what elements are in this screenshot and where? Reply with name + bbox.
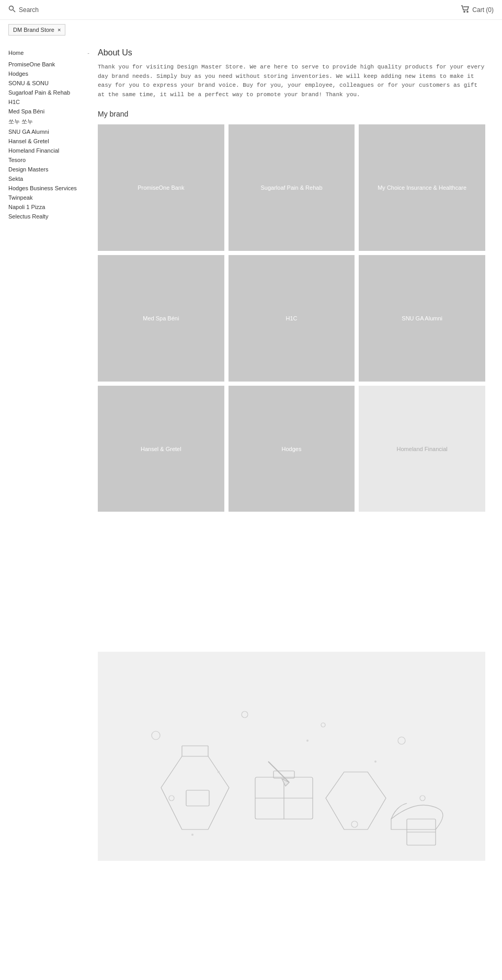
svg-marker-21 xyxy=(282,779,289,786)
brand-card-hansel[interactable]: Hansel & Gretel xyxy=(98,386,224,512)
spacer xyxy=(98,516,485,620)
sidebar-item-sekta[interactable]: Sekta xyxy=(8,174,89,183)
brand-grid: PromiseOne Bank Sugarloaf Pain & Rehab M… xyxy=(98,124,485,512)
footer-svg xyxy=(140,694,443,850)
about-text: Thank you for visiting Design Master Sto… xyxy=(98,63,485,99)
search-label: Search xyxy=(19,6,39,14)
svg-point-5 xyxy=(169,795,174,801)
brand-card-snuga[interactable]: SNU GA Alumni xyxy=(359,255,485,382)
svg-point-4 xyxy=(152,731,160,740)
sidebar-item-hodges-biz[interactable]: Hodges Business Services xyxy=(8,183,89,193)
svg-point-25 xyxy=(218,771,220,773)
svg-marker-11 xyxy=(161,756,229,829)
svg-line-20 xyxy=(268,762,289,782)
svg-line-1 xyxy=(13,10,15,12)
cart-icon xyxy=(461,5,469,14)
brand-card-choice-insurance[interactable]: My Choice Insurance & Healthcare xyxy=(359,124,485,251)
brand-card-promiseone[interactable]: PromiseOne Bank xyxy=(98,124,224,251)
sidebar-item-hansel[interactable]: Hansel & Gretel xyxy=(8,136,89,146)
svg-point-6 xyxy=(242,711,248,718)
cart-button[interactable]: Cart (0) xyxy=(461,5,494,14)
brand-card-hodges[interactable]: Hodges xyxy=(229,386,355,512)
brand-card-medspa[interactable]: Med Spa Béni xyxy=(98,255,224,382)
svg-point-9 xyxy=(420,795,425,801)
sidebar-item-design-masters[interactable]: Design Masters xyxy=(8,165,89,174)
header: Search Cart (0) xyxy=(0,0,502,20)
brand-card-sugarloaf[interactable]: Sugarloaf Pain & Rehab xyxy=(229,124,355,251)
svg-point-8 xyxy=(398,737,405,744)
svg-point-3 xyxy=(467,11,468,13)
search-area[interactable]: Search xyxy=(8,5,39,14)
sidebar-item-twinpeak[interactable]: Twinpeak xyxy=(8,193,89,202)
svg-marker-22 xyxy=(326,772,386,829)
sidebar-item-sonu[interactable]: SONU & SONU xyxy=(8,78,89,88)
brand-card-h1c[interactable]: H1C xyxy=(229,255,355,382)
svg-point-0 xyxy=(9,6,14,10)
sidebar-item-sugarloaf[interactable]: Sugarloaf Pain & Rehab xyxy=(8,88,89,97)
about-title: About Us xyxy=(98,48,485,57)
sidebar-item-h1c[interactable]: H1C xyxy=(8,97,89,107)
sidebar-item-selectus[interactable]: Selectus Realty xyxy=(8,212,89,221)
sidebar-item-snuga[interactable]: SNU GA Alumni xyxy=(8,127,89,136)
svg-point-7 xyxy=(321,723,325,727)
brand-card-homeland[interactable]: Homeland Financial xyxy=(359,386,485,512)
page-layout: Home - PromiseOne Bank Hodges SONU & SON… xyxy=(0,40,502,869)
sidebar-item-homeland[interactable]: Homeland Financial xyxy=(8,146,89,155)
cart-label: Cart (0) xyxy=(472,6,494,14)
search-icon xyxy=(8,5,16,14)
store-tag[interactable]: DM Brand Store × xyxy=(8,24,65,36)
sidebar-item-hodges[interactable]: Hodges xyxy=(8,69,89,78)
main-content: About Us Thank you for visiting Design M… xyxy=(89,48,494,861)
sidebar-item-medspa[interactable]: Med Spa Béni xyxy=(8,107,89,116)
footer-illustration-area xyxy=(98,652,485,861)
svg-point-2 xyxy=(464,11,465,13)
svg-point-10 xyxy=(351,821,358,827)
svg-point-26 xyxy=(306,740,309,742)
sidebar: Home - PromiseOne Bank Hodges SONU & SON… xyxy=(8,48,89,861)
sidebar-item-sonu-kr[interactable]: 쏘누 쏘누 xyxy=(8,116,89,127)
svg-rect-15 xyxy=(186,790,209,806)
sidebar-item-napoli[interactable]: Napoli 1 Pizza xyxy=(8,202,89,212)
sidebar-item-promiseone[interactable]: PromiseOne Bank xyxy=(8,60,89,69)
svg-point-27 xyxy=(374,760,376,763)
sidebar-item-tesoro[interactable]: Tesoro xyxy=(8,155,89,165)
brand-section-title: My brand xyxy=(98,110,485,118)
svg-point-28 xyxy=(191,834,193,836)
sidebar-item-home[interactable]: Home - xyxy=(8,48,89,57)
